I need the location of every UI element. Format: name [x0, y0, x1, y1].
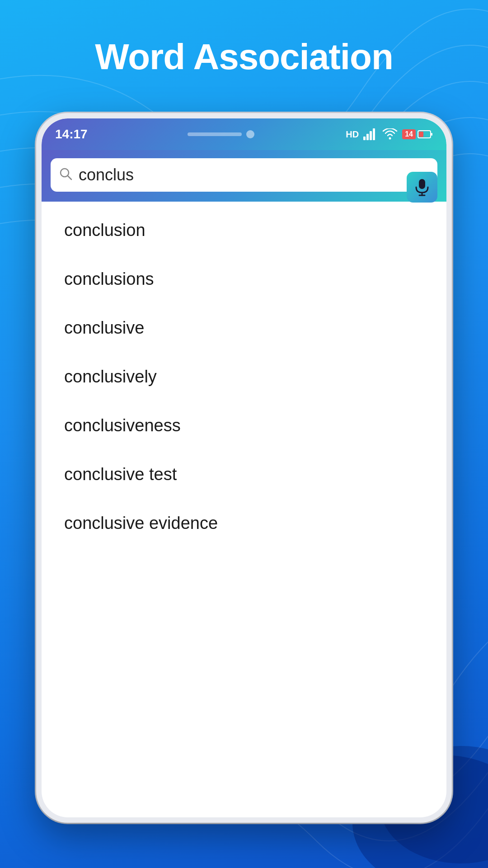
- camera-dot: [246, 130, 254, 138]
- signal-icon: [363, 128, 378, 140]
- battery-label: 14: [402, 129, 416, 139]
- suggestion-item[interactable]: conclusive test: [42, 450, 446, 499]
- battery-icon: [418, 130, 433, 139]
- phone-screen: 14:17 HD: [42, 118, 446, 817]
- mic-icon: [414, 178, 430, 196]
- svg-rect-4: [370, 131, 372, 140]
- suggestion-item[interactable]: conclusion: [42, 206, 446, 255]
- suggestion-item[interactable]: conclusiveness: [42, 401, 446, 450]
- suggestion-item[interactable]: conclusively: [42, 353, 446, 401]
- svg-rect-3: [366, 134, 369, 140]
- svg-rect-5: [373, 128, 375, 140]
- status-time: 14:17: [55, 127, 88, 142]
- svg-point-6: [389, 137, 391, 140]
- search-icon: [59, 167, 72, 184]
- mic-button[interactable]: [407, 172, 437, 203]
- notch: [178, 130, 254, 138]
- suggestion-item[interactable]: conclusive evidence: [42, 499, 446, 548]
- svg-rect-2: [363, 137, 366, 140]
- svg-line-11: [68, 176, 71, 179]
- status-bar: 14:17 HD: [42, 118, 446, 150]
- suggestions-list: conclusion conclusions conclusive conclu…: [42, 202, 446, 552]
- search-area: conclus ×: [42, 150, 446, 202]
- phone-mockup: 14:17 HD: [36, 113, 452, 823]
- wifi-icon: [382, 128, 398, 140]
- hd-label: HD: [346, 129, 359, 140]
- svg-rect-9: [431, 133, 432, 136]
- status-icons: HD 14: [346, 128, 433, 140]
- search-bar[interactable]: conclus ×: [51, 158, 437, 192]
- page-title: Word Association: [0, 36, 488, 78]
- search-input[interactable]: conclus: [79, 165, 415, 184]
- svg-rect-8: [419, 132, 423, 137]
- notch-bar: [188, 132, 242, 136]
- svg-rect-12: [419, 179, 425, 189]
- battery-container: 14: [402, 129, 433, 139]
- suggestion-item[interactable]: conclusions: [42, 255, 446, 304]
- suggestion-item[interactable]: conclusive: [42, 304, 446, 353]
